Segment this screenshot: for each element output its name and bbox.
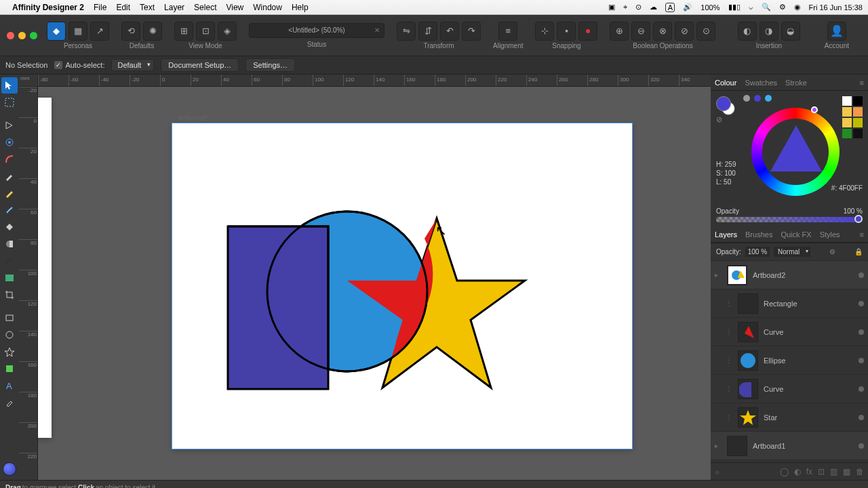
insert-top-button[interactable]: ◒ [781,22,800,41]
layer-artboard1[interactable]: ▸ Artboard1 [711,432,868,460]
expand-icon[interactable]: ▸ [715,442,722,449]
visibility-toggle[interactable] [859,358,864,363]
blend-mode-dropdown[interactable]: Normal [774,247,810,257]
pixel-persona-button[interactable]: ▦ [68,22,87,41]
layer-opacity-value[interactable]: 100 % [745,247,770,257]
tab-swatches[interactable]: Swatches [745,79,777,87]
close-window-icon[interactable] [7,32,14,39]
close-doc-icon[interactable]: ✕ [374,26,380,34]
layer-artboard2[interactable]: ▸ Artboard2 [711,261,868,289]
place-image-tool[interactable] [1,270,18,286]
menu-edit[interactable]: Edit [116,3,130,12]
artboard-tool[interactable] [1,94,18,110]
control-center-icon[interactable]: ⚙ [779,3,786,12]
menu-window[interactable]: Window [253,3,282,12]
shape-tool[interactable] [1,361,18,377]
ruler-unit[interactable]: mm [19,75,38,87]
fill-tool[interactable] [1,219,18,235]
none-swatch-icon[interactable]: ⊘ [716,115,722,124]
fill-well[interactable] [716,96,731,111]
layer-star[interactable]: ⋮ Star [711,403,868,432]
pencil-tool[interactable] [1,185,18,201]
swatch[interactable] [842,129,852,138]
designer-persona-button[interactable]: ◆ [47,22,66,41]
bool-subtract-button[interactable]: ⊖ [631,22,650,41]
tab-styles[interactable]: Styles [820,230,840,239]
swatch[interactable] [853,107,863,117]
retina-preview-button[interactable]: ⊡ [196,22,215,41]
brush-tool[interactable] [1,202,18,218]
tab-quickfx[interactable]: Quick FX [781,230,811,239]
bluetooth-icon[interactable]: ⌖ [623,3,627,12]
swatch[interactable] [842,107,852,117]
bool-xor-button[interactable]: ⊘ [675,22,694,41]
current-color-well[interactable] [3,462,16,476]
fullscreen-window-icon[interactable] [30,32,37,39]
add-pixel-layer-icon[interactable]: ▦ [843,467,850,476]
tab-brushes[interactable]: Brushes [745,230,772,239]
minimize-window-icon[interactable] [18,32,26,39]
drag-handle-icon[interactable]: ⋮ [726,328,732,336]
cloud-icon[interactable]: ☁ [650,3,657,12]
node-tool[interactable] [1,117,18,134]
add-layer-icon[interactable]: ▥ [830,467,837,476]
pixel-preview-button[interactable]: ⊞ [174,22,193,41]
layer-settings-icon[interactable]: ⚙ [829,248,835,256]
snap-button[interactable]: ⊹ [535,22,554,41]
rectangle-tool[interactable] [1,310,18,326]
ellipse-tool[interactable] [1,327,18,343]
hue-marker[interactable] [811,106,818,113]
artboard2-canvas[interactable] [172,123,632,449]
bool-add-button[interactable]: ⊕ [610,22,629,41]
play-icon[interactable]: ⊙ [635,3,642,12]
revert-defaults-button[interactable]: ✺ [143,22,162,41]
eyedropper-icon[interactable] [743,95,750,102]
vector-brush-tool[interactable] [1,253,18,269]
export-persona-button[interactable]: ↗ [90,22,109,41]
visibility-toggle[interactable] [859,272,864,278]
rotate-cw-button[interactable]: ↷ [462,22,481,41]
wifi-icon[interactable]: ⌵ [749,3,753,12]
colour-panel-menu-icon[interactable]: ≡ [860,79,864,87]
opacity-slider[interactable] [716,217,863,222]
bool-intersect-button[interactable]: ⊗ [653,22,672,41]
layers-panel-menu-icon[interactable]: ≡ [860,230,864,239]
siri-icon[interactable]: ◉ [794,3,801,12]
menu-file[interactable]: File [94,3,106,12]
swatch[interactable] [853,129,863,138]
clock-text[interactable]: Fri 16 Jun 15:38 [809,3,863,12]
input-source-icon[interactable]: A [665,3,675,12]
bool-divide-button[interactable]: ⊙ [696,22,715,41]
star-tool[interactable] [1,344,18,360]
outline-view-button[interactable]: ◈ [218,22,237,41]
hex-value[interactable]: 4F00FF [839,184,863,192]
snapping-toggle-button[interactable] [578,22,597,41]
contour-tool[interactable] [1,134,18,150]
rotate-ccw-button[interactable]: ↶ [440,22,459,41]
layer-ellipse[interactable]: ⋮ Ellipse [711,346,868,375]
swatch[interactable] [853,118,863,127]
recent-colour-1[interactable] [754,95,761,102]
drag-handle-icon[interactable]: ⋮ [726,357,732,364]
document-setup-button[interactable]: Document Setup… [161,58,239,72]
fx-icon[interactable]: fx [806,467,812,476]
flip-v-button[interactable]: ⇵ [418,22,437,41]
drag-handle-icon[interactable]: ⋮ [726,413,732,421]
search-icon[interactable]: 🔍 [762,3,771,12]
artboard-label[interactable]: Artboard2 [176,114,209,123]
layer-lock-icon[interactable]: 🔒 [854,248,863,256]
app-name[interactable]: Affinity Designer 2 [12,3,84,12]
expand-icon[interactable]: ▸ [715,271,722,279]
layer-curve-red[interactable]: ⋮ Curve [711,318,868,346]
vertical-ruler[interactable]: -20020406080100120140160180200220 [19,87,38,480]
layer-curve-dark[interactable]: ⋮ Curve [711,375,868,403]
crop-tool[interactable] [1,287,18,303]
visibility-toggle[interactable] [859,386,864,392]
menu-select[interactable]: Select [194,3,216,12]
settings-button[interactable]: Settings… [245,58,295,72]
horizontal-ruler[interactable]: -80-60-40-200204060801001201401601802002… [38,75,711,87]
auto-select-dropdown[interactable]: Default [111,59,154,71]
recent-colour-2[interactable] [765,95,772,102]
visibility-toggle[interactable] [859,415,864,420]
auto-scroll-icon[interactable]: ⟐ [715,467,719,476]
